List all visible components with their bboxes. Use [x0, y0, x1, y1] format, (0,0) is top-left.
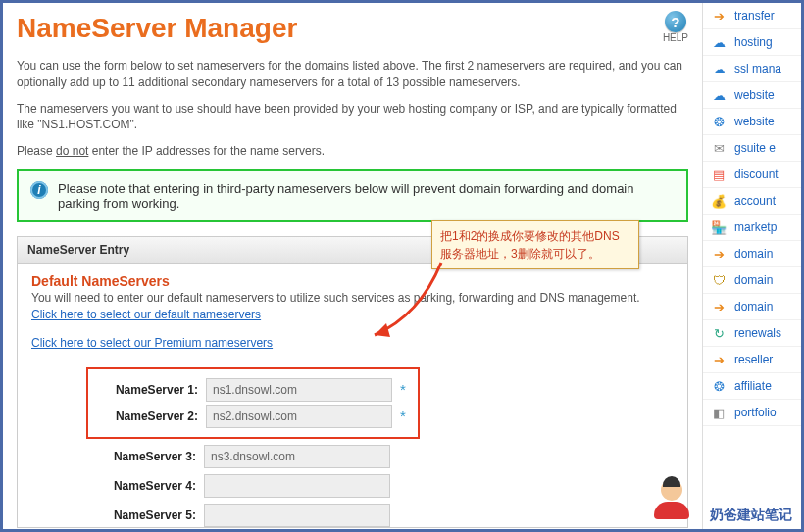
sidebar-label: account — [734, 194, 776, 208]
sidebar-icon: ✉ — [711, 140, 727, 156]
highlighted-ns-group: NameServer 1: * NameServer 2: * — [86, 367, 420, 439]
link-premium-ns[interactable]: Click here to select our Premium nameser… — [31, 336, 273, 350]
intro-p2: The nameservers you want to use should h… — [17, 101, 688, 134]
sidebar-label: domain — [734, 300, 773, 314]
ns5-label: NameServer 5: — [90, 508, 196, 522]
ns5-input[interactable] — [204, 504, 390, 527]
sidebar-icon: ☁ — [711, 34, 727, 50]
sidebar-icon: ❂ — [711, 114, 727, 129]
sidebar-item-13[interactable]: ➔reseller — [703, 347, 801, 373]
sidebar-icon: ↻ — [711, 325, 727, 341]
sidebar-item-0[interactable]: ➔transfer — [703, 3, 801, 29]
sidebar-icon: ☁ — [711, 61, 727, 76]
intro-p3: Please do not enter the IP addresses for… — [17, 143, 688, 160]
sidebar-label: affiliate — [734, 379, 772, 393]
sidebar-icon: ☁ — [711, 87, 727, 103]
sidebar-icon: ▤ — [711, 167, 727, 182]
ns1-label: NameServer 1: — [92, 383, 198, 397]
sidebar-icon: ➔ — [711, 352, 727, 367]
page-title: NameServer Manager — [17, 13, 297, 44]
sidebar-label: transfer — [734, 9, 775, 23]
required-icon: * — [400, 408, 406, 424]
help-icon: ? — [665, 11, 686, 32]
sidebar-item-8[interactable]: 🏪marketp — [703, 215, 801, 241]
sidebar-label: marketp — [734, 220, 777, 234]
required-icon: * — [400, 381, 406, 398]
ns4-input[interactable] — [204, 474, 390, 498]
ns2-label: NameServer 2: — [92, 410, 198, 423]
sidebar-icon: ➔ — [711, 8, 727, 24]
link-default-ns[interactable]: Click here to select our default nameser… — [31, 308, 261, 321]
sidebar-item-10[interactable]: 🛡domain — [703, 267, 801, 294]
sidebar-item-5[interactable]: ✉gsuite e — [703, 135, 801, 162]
sidebar-item-9[interactable]: ➔domain — [703, 241, 801, 267]
nameserver-panel: NameServer Entry Default NameServers You… — [17, 236, 688, 528]
sidebar-item-15[interactable]: ◧portfolio — [703, 400, 801, 426]
sidebar-label: gsuite e — [734, 141, 776, 155]
mascot-avatar — [647, 479, 696, 526]
sidebar-item-12[interactable]: ↻renewals — [703, 320, 801, 347]
sidebar-label: hosting — [734, 35, 773, 49]
sidebar-label: website — [734, 115, 775, 128]
brand-watermark: 奶爸建站笔记 — [710, 507, 792, 524]
ns4-label: NameServer 4: — [90, 479, 196, 493]
sidebar-item-4[interactable]: ❂website — [703, 109, 801, 135]
sidebar-label: discount — [734, 168, 779, 181]
sidebar-icon: ➔ — [711, 246, 727, 262]
default-ns-sub: You will need to enter our default names… — [31, 291, 674, 305]
sidebar-item-14[interactable]: ❂affiliate — [703, 373, 801, 400]
sidebar-label: domain — [734, 273, 773, 287]
info-icon: i — [30, 181, 48, 199]
sidebar-label: website — [734, 88, 775, 102]
sidebar-item-3[interactable]: ☁website — [703, 82, 801, 109]
sidebar-item-11[interactable]: ➔domain — [703, 294, 801, 320]
help-button[interactable]: ? HELP — [663, 11, 688, 43]
annotation-callout: 把1和2的换成你要修改的其他DNS服务器地址，3删除就可以了。 — [431, 220, 639, 269]
sidebar-icon: ❂ — [711, 378, 727, 394]
ns2-input[interactable] — [206, 405, 392, 428]
sidebar-icon: 🛡 — [711, 272, 727, 288]
ns3-label: NameServer 3: — [90, 450, 196, 463]
sidebar-label: reseller — [734, 353, 773, 366]
sidebar-label: portfolio — [734, 406, 777, 419]
sidebar-item-7[interactable]: 💰account — [703, 188, 801, 215]
notice-text: Please note that entering in third-party… — [58, 181, 675, 211]
sidebar-label: renewals — [734, 326, 781, 340]
ns1-input[interactable] — [206, 378, 392, 402]
sidebar-item-2[interactable]: ☁ssl mana — [703, 56, 801, 82]
sidebar-icon: ◧ — [711, 405, 727, 420]
sidebar-icon: 🏪 — [711, 219, 727, 235]
sidebar-item-1[interactable]: ☁hosting — [703, 29, 801, 56]
sidebar-item-6[interactable]: ▤discount — [703, 162, 801, 188]
sidebar-label: ssl mana — [734, 62, 781, 75]
sidebar-label: domain — [734, 247, 773, 261]
sidebar-icon: ➔ — [711, 299, 727, 314]
notice-box: i Please note that entering in third-par… — [17, 169, 688, 222]
default-ns-heading: Default NameServers — [31, 273, 674, 289]
ns3-input[interactable] — [204, 445, 390, 468]
intro-p1: You can use the form below to set namese… — [17, 58, 688, 91]
sidebar: ➔transfer☁hosting☁ssl mana☁website❂websi… — [702, 3, 801, 529]
sidebar-icon: 💰 — [711, 193, 727, 209]
